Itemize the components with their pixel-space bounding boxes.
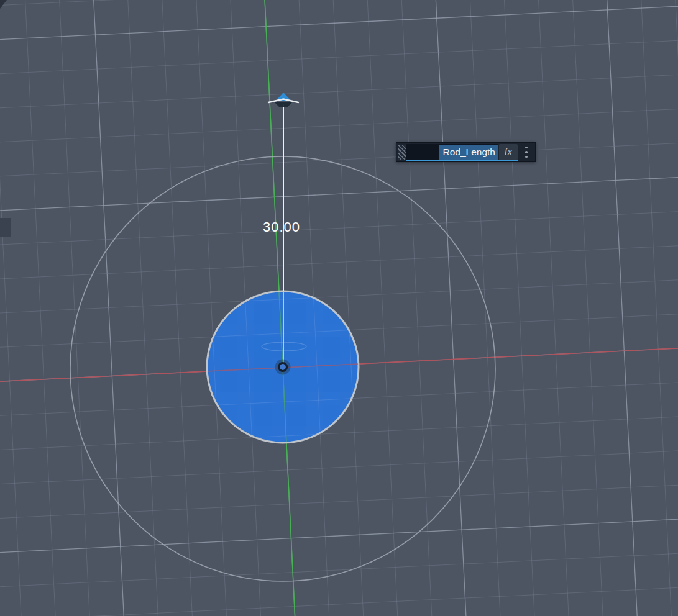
hatch-grip-icon[interactable] [398, 145, 406, 160]
sketch-viewport[interactable]: 30.00 Rod_Length fx [0, 0, 678, 616]
dimension-name-value: Rod_Length [439, 145, 498, 160]
panel-edge-fragment [0, 218, 11, 237]
function-icon[interactable]: fx [499, 144, 518, 160]
input-focus-underline [406, 160, 518, 161]
circle-center-point[interactable] [277, 361, 289, 373]
dimension-value-label[interactable]: 30.00 [263, 219, 300, 235]
dimension-parameter-widget: Rod_Length fx [396, 142, 536, 162]
vertical-ellipsis-icon[interactable] [518, 142, 535, 162]
panel-corner-fragment [0, 0, 7, 9]
dimension-name-input[interactable]: Rod_Length [406, 144, 498, 160]
